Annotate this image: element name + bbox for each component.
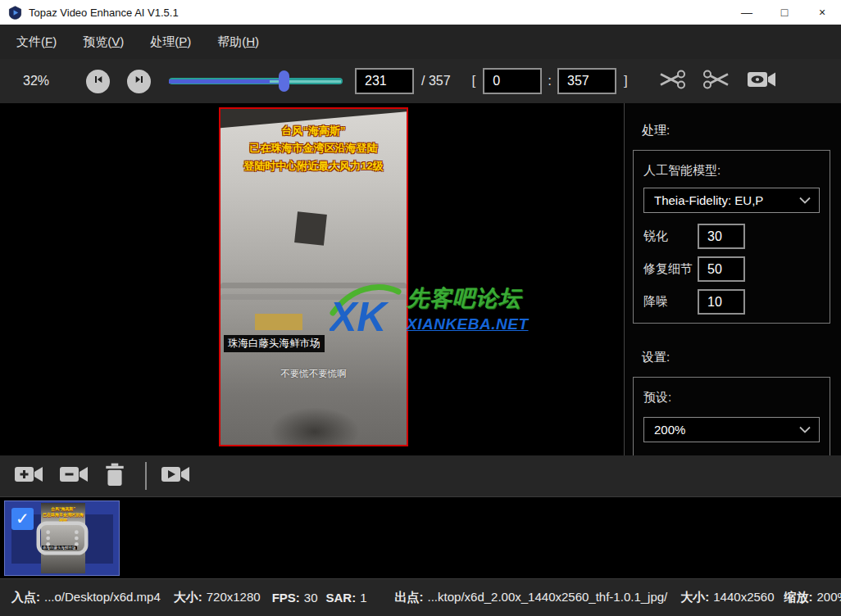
film-frame-icon <box>36 521 89 555</box>
trim-separator: : <box>548 73 552 89</box>
thumbnail-checkbox[interactable]: ✓ <box>11 508 34 530</box>
denoise-input[interactable] <box>698 289 745 315</box>
status-out-size: 大小:1440x2560 <box>680 590 774 605</box>
sharpen-row: 锐化 <box>643 224 820 249</box>
status-in-size: 大小:720x1280 <box>174 590 261 605</box>
watermark: XK 先客吧论坛 XIANKEBA.NET <box>330 280 534 342</box>
denoise-label: 降噪 <box>643 294 698 310</box>
preset-dropdown[interactable]: 200% <box>643 417 820 442</box>
thumbnail-strip: 台风“海高斯” 已在珠海市金湾区沿海登陆 珠海白藤头海鲜市场 ✓ <box>0 496 841 578</box>
settings-panel: 处理: 人工智能模型: Theia-Fidelity: EU,P 锐化 修复细节… <box>624 103 841 455</box>
current-frame-input[interactable] <box>355 68 414 94</box>
scissors-right-icon <box>702 69 731 93</box>
trim-bracket-open: [ <box>472 73 476 89</box>
status-fps: FPS:30 <box>272 591 318 605</box>
skip-start-icon <box>92 73 105 89</box>
video-caption: 不要慌不要慌啊 <box>220 368 407 380</box>
camera-eye-icon <box>746 69 777 93</box>
watermark-name: 先客吧论坛 <box>407 283 529 313</box>
skip-to-end-button[interactable] <box>127 70 151 93</box>
add-video-button[interactable] <box>13 463 44 489</box>
restore-detail-input[interactable] <box>698 256 745 282</box>
status-sar: SAR:1 <box>326 591 367 605</box>
maximize-button[interactable]: □ <box>766 0 803 25</box>
window-controls: — □ × <box>728 0 841 25</box>
settings-heading: 设置: <box>642 350 841 365</box>
camera-minus-icon <box>58 463 89 489</box>
ai-model-group: 人工智能模型: Theia-Fidelity: EU,P 锐化 修复细节 降噪 <box>633 150 830 324</box>
status-in-point: 入点:...o/Desktop/x6d.mp4 <box>11 590 161 605</box>
preset-value: 200% <box>654 423 685 437</box>
toolbar-divider <box>145 462 147 490</box>
video-location-label: 珠海白藤头海鲜市场 <box>224 335 325 352</box>
processing-heading: 处理: <box>642 123 841 138</box>
menu-preview[interactable]: 预览(V) <box>78 31 129 53</box>
trim-start-input[interactable] <box>483 68 542 94</box>
ai-model-dropdown[interactable]: Theia-Fidelity: EU,P <box>643 188 820 213</box>
menu-file[interactable]: 文件(F) <box>11 31 61 53</box>
timeline-slider[interactable] <box>169 70 343 92</box>
trim-bracket-close: ] <box>624 73 628 89</box>
title-bar: Topaz Video Enhance AI V1.5.1 — □ × <box>0 0 841 25</box>
denoise-row: 降噪 <box>643 289 820 315</box>
frame-total-label: / 357 <box>421 74 451 88</box>
video-yellow-crate <box>255 314 302 330</box>
svg-text:XK: XK <box>330 294 389 337</box>
remove-video-button[interactable] <box>58 463 89 489</box>
video-bottom-shadow <box>270 407 360 446</box>
ai-model-value: Theia-Fidelity: EU,P <box>654 193 763 207</box>
camera-plus-icon <box>13 463 44 489</box>
status-out-point: 出点:...ktop/x6d_2.00x_1440x2560_thf-1.0.1… <box>395 590 668 605</box>
restore-detail-label: 修复细节 <box>643 261 698 277</box>
close-button[interactable]: × <box>803 0 841 25</box>
camera-play-icon <box>160 463 191 489</box>
trim-out-button[interactable] <box>702 69 731 93</box>
restore-detail-row: 修复细节 <box>643 256 820 282</box>
scissors-left-icon <box>657 69 687 93</box>
preview-canvas[interactable]: 台风“海高斯” 已在珠海市金湾区沿海登陆 登陆时中心附近最大风力12级 珠海白藤… <box>0 103 624 455</box>
trim-end-input[interactable] <box>557 68 616 94</box>
preset-group: 预设: 200% ✓ 裁剪以填充帧 <box>633 377 830 455</box>
sharpen-label: 锐化 <box>643 229 698 244</box>
watermark-site: XIANKEBA.NET <box>407 315 529 333</box>
app-logo-icon <box>8 6 22 20</box>
chevron-down-icon <box>799 197 811 204</box>
playback-toolbar: 32% / 357 [ : ] <box>0 59 841 103</box>
sharpen-input[interactable] <box>698 224 745 249</box>
menu-process[interactable]: 处理(P) <box>145 31 196 53</box>
skip-end-icon <box>133 73 146 89</box>
main-area: 台风“海高斯” 已在珠海市金湾区沿海登陆 登陆时中心附近最大风力12级 珠海白藤… <box>0 103 841 455</box>
trim-in-button[interactable] <box>657 69 687 93</box>
window-title: Topaz Video Enhance AI V1.5.1 <box>29 7 179 19</box>
app-window: Topaz Video Enhance AI V1.5.1 — □ × 文件(F… <box>0 0 841 616</box>
preset-label: 预设: <box>643 390 820 405</box>
preview-button[interactable] <box>746 69 777 93</box>
video-dark-object <box>294 211 327 246</box>
menu-bar: 文件(F) 预览(V) 处理(P) 帮助(H) <box>0 25 841 59</box>
process-video-button[interactable] <box>160 463 191 489</box>
trash-icon <box>103 462 126 490</box>
status-bar: 入点:...o/Desktop/x6d.mp4 大小:720x1280 FPS:… <box>0 578 841 616</box>
video-headline-text: 台风“海高斯” 已在珠海市金湾区沿海登陆 登陆时中心附近最大风力12级 <box>220 122 407 174</box>
skip-to-start-button[interactable] <box>86 70 110 93</box>
delete-button[interactable] <box>103 462 126 490</box>
status-scale: 缩放:200% <box>784 590 841 605</box>
slider-played-segment <box>169 79 280 84</box>
video-thumbnail-tile[interactable]: 台风“海高斯” 已在珠海市金湾区沿海登陆 珠海白藤头海鲜市场 ✓ <box>4 500 120 576</box>
slider-handle[interactable] <box>279 70 289 92</box>
clip-toolbar <box>0 455 841 496</box>
chevron-down-icon <box>799 426 811 433</box>
zoom-level-label: 32% <box>23 74 59 88</box>
menu-help[interactable]: 帮助(H) <box>212 31 264 53</box>
minimize-button[interactable]: — <box>728 0 766 25</box>
ai-model-label: 人工智能模型: <box>643 163 820 179</box>
video-frame[interactable]: 台风“海高斯” 已在珠海市金湾区沿海登陆 登陆时中心附近最大风力12级 珠海白藤… <box>219 107 408 446</box>
watermark-logo-icon: XK <box>330 280 402 342</box>
